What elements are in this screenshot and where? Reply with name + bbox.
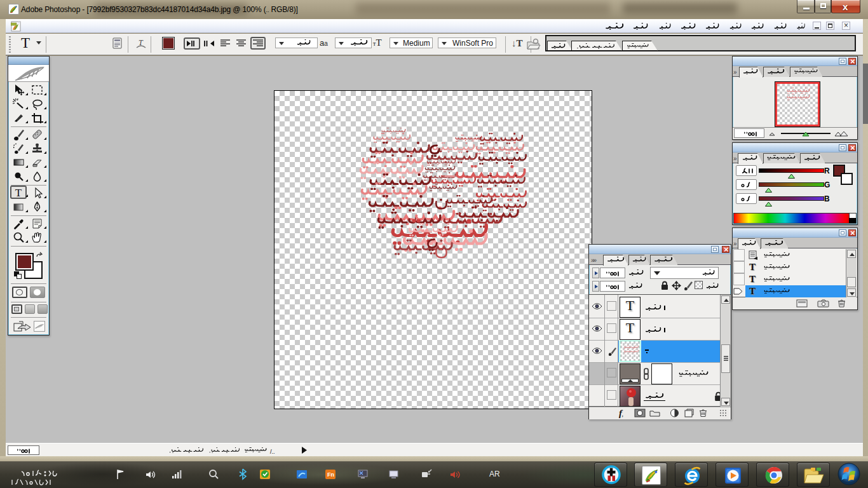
svg-text:Fn: Fn [327, 471, 334, 478]
